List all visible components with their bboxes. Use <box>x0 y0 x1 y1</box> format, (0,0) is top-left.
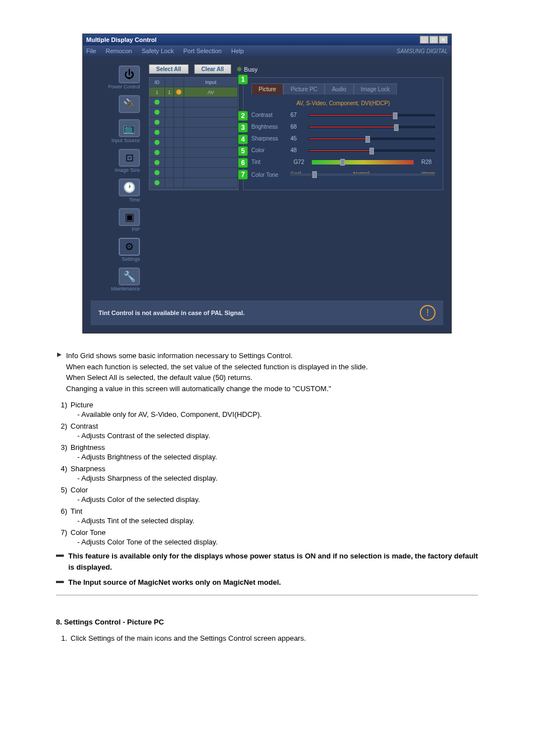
grid-header-id: ID <box>149 78 165 87</box>
color-tone-label: Color Tone <box>251 172 286 178</box>
badge-4: 4 <box>238 134 248 144</box>
signal-icon <box>154 150 160 155</box>
app-window: Multiple Display Control _ □ × File Remo… <box>82 34 452 334</box>
grid-row[interactable] <box>149 178 238 188</box>
note-bullet-icon <box>56 581 64 583</box>
sidebar-item-pip[interactable]: ▣PIP <box>91 207 141 233</box>
badge-1: 1 <box>238 74 248 84</box>
sharpness-slider[interactable] <box>308 138 435 140</box>
busy-indicator: Busy <box>237 66 257 73</box>
triangle-bullet-icon <box>56 351 63 358</box>
sidebar-item-time[interactable]: 🕐Time <box>91 177 141 204</box>
list-item: 2)Contrast- Adjusts Contrast of the sele… <box>56 422 478 440</box>
list-item: 5)Color- Adjusts Color of the selected d… <box>56 486 478 504</box>
brand-label: SAMSUNG DIGITAL <box>397 48 448 54</box>
note-bullet-icon <box>56 555 64 557</box>
color-tone-slider[interactable]: Cool Normal Warm <box>291 171 435 179</box>
list-item: 1)Picture- Available only for AV, S-Vide… <box>56 401 478 419</box>
sidebar-item-image-size[interactable]: ⊡Image Size <box>91 148 141 174</box>
badge-6: 6 <box>238 158 248 168</box>
signal-icon <box>154 120 160 125</box>
signal-icon <box>176 90 181 95</box>
grid-row[interactable] <box>149 168 238 178</box>
contrast-value: 67 <box>291 112 304 118</box>
status-bar: Tint Control is not available in case of… <box>91 300 443 325</box>
badge-7: 7 <box>238 170 248 180</box>
grid-row[interactable] <box>149 138 238 148</box>
grid-row[interactable] <box>149 128 238 138</box>
color-value: 48 <box>291 147 304 153</box>
tint-left: G72 <box>291 159 307 165</box>
contrast-label: Contrast <box>251 112 286 118</box>
menu-bar: File Remocon Safety Lock Port Selection … <box>83 45 451 57</box>
contrast-slider[interactable] <box>308 114 435 116</box>
brightness-value: 68 <box>291 124 304 130</box>
signal-icon <box>154 130 160 135</box>
section-title: 8. Settings Control - Picture PC <box>56 618 478 626</box>
tint-right: R28 <box>418 159 435 165</box>
select-all-button[interactable]: Select All <box>149 64 189 74</box>
minimize-button[interactable]: _ <box>420 36 429 44</box>
signal-icon <box>154 110 160 115</box>
power-icon: ! <box>420 305 435 321</box>
close-button[interactable]: × <box>439 36 448 44</box>
grid-row[interactable] <box>149 118 238 128</box>
title-bar: Multiple Display Control _ □ × <box>83 34 451 45</box>
signal-icon <box>154 160 160 165</box>
note: The Input source of MagicNet works only … <box>56 577 478 588</box>
signal-icon <box>154 170 160 175</box>
status-text: Tint Control is not available in case of… <box>99 309 245 316</box>
menu-port-selection[interactable]: Port Selection <box>183 48 221 54</box>
maximize-button[interactable]: □ <box>429 36 438 44</box>
color-label: Color <box>251 147 286 153</box>
menu-remocon[interactable]: Remocon <box>106 48 132 54</box>
sidebar: ⏻Power Control 🔌 📺Input Source ⊡Image Si… <box>91 64 141 293</box>
sidebar-item-input-source[interactable]: 📺Input Source <box>91 118 141 144</box>
tab-picture[interactable]: Picture <box>251 83 283 95</box>
list-item: 4)Sharpness- Adjusts Sharpness of the se… <box>56 464 478 482</box>
grid-header-input: Input <box>184 78 238 87</box>
divider <box>56 595 478 595</box>
mode-label: AV, S-Video, Component, DVI(HDCP) <box>251 100 435 106</box>
grid-row[interactable] <box>149 148 238 158</box>
tint-label: Tint <box>251 159 286 165</box>
grid-row[interactable] <box>149 107 238 118</box>
svg-marker-0 <box>57 353 62 357</box>
sharpness-value: 45 <box>291 135 304 142</box>
badge-2: 2 <box>238 111 248 121</box>
badge-5: 5 <box>238 146 248 156</box>
sidebar-item-2[interactable]: 🔌 <box>91 94 141 115</box>
tab-picture-pc[interactable]: Picture PC <box>283 83 325 95</box>
menu-safety-lock[interactable]: Safety Lock <box>142 48 174 54</box>
settings-panel: 1 Picture Picture PC Audio Image Lock AV… <box>243 77 443 190</box>
brightness-slider[interactable] <box>308 126 435 128</box>
sidebar-item-maintenance[interactable]: 🔧Maintenance <box>91 266 141 293</box>
signal-icon <box>154 140 160 145</box>
tab-audio[interactable]: Audio <box>325 83 354 95</box>
signal-icon <box>154 180 160 185</box>
sharpness-label: Sharpness <box>251 135 286 142</box>
note: This feature is available only for the d… <box>56 551 478 572</box>
sidebar-item-settings[interactable]: ⚙Settings <box>91 237 141 263</box>
list-item: 6)Tint- Adjusts Tint of the selected dis… <box>56 507 478 525</box>
brightness-label: Brightness <box>251 124 286 130</box>
clear-all-button[interactable]: Clear All <box>194 64 231 74</box>
window-title: Multiple Display Control <box>86 36 157 43</box>
step: 1. Click Settings of the main icons and … <box>56 634 478 642</box>
grid-row[interactable] <box>149 97 238 107</box>
info-text: Info Grid shows some basic information n… <box>66 350 368 394</box>
list-item: 7)Color Tone- Adjusts Color Tone of the … <box>56 528 478 546</box>
color-slider[interactable] <box>308 149 435 152</box>
badge-3: 3 <box>238 123 248 133</box>
tab-image-lock[interactable]: Image Lock <box>354 83 397 95</box>
grid-row[interactable]: 1 1 AV <box>149 87 238 97</box>
tint-slider[interactable] <box>312 160 414 165</box>
sidebar-item-power-control[interactable]: ⏻Power Control <box>91 64 141 91</box>
list-item: 3)Brightness- Adjusts Brightness of the … <box>56 443 478 461</box>
menu-help[interactable]: Help <box>231 48 244 54</box>
grid-row[interactable] <box>149 158 238 168</box>
signal-icon <box>154 100 160 105</box>
menu-file[interactable]: File <box>86 48 96 54</box>
info-grid: ID Input 1 1 AV <box>149 77 238 190</box>
